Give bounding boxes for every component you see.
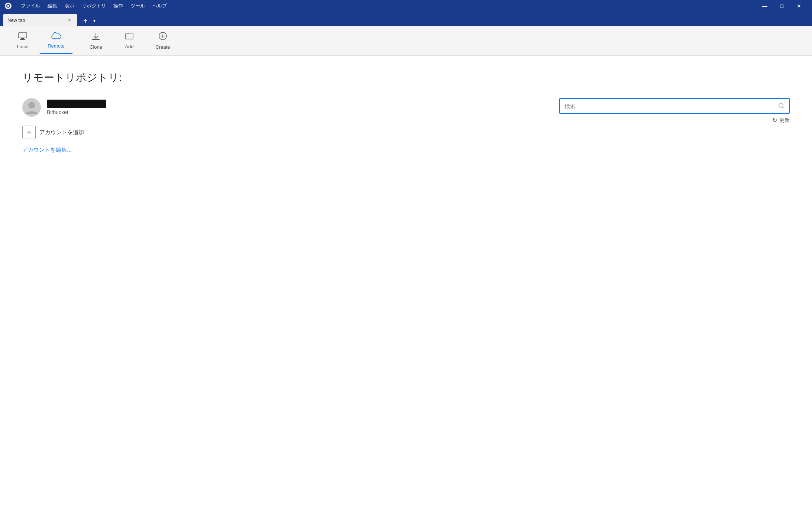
svg-point-8	[28, 102, 35, 109]
account-service-label: Bitbucket	[47, 109, 106, 115]
toolbar-add-button[interactable]: Add	[113, 28, 146, 54]
titlebar: ファイル 編集 表示 リポジトリ 操作 ツール ヘルプ — □ ✕	[0, 0, 812, 12]
local-icon	[18, 32, 28, 42]
toolbar-clone-label: Clone	[90, 44, 102, 50]
edit-account-link[interactable]: アカウントを編集...	[22, 146, 72, 153]
toolbar-local-label: Local	[17, 44, 28, 49]
svg-rect-6	[92, 39, 100, 40]
svg-rect-4	[21, 38, 24, 39]
toolbar-local-button[interactable]: Local	[6, 28, 39, 54]
search-container: ↻ 更新	[156, 98, 790, 124]
new-tab-button[interactable]: +	[80, 16, 91, 26]
svg-rect-3	[19, 33, 27, 38]
toolbar-remote-label: Remote	[48, 43, 65, 49]
account-name-redacted	[47, 100, 106, 108]
titlebar-menu: ファイル 編集 表示 リポジトリ 操作 ツール ヘルプ	[18, 2, 170, 10]
right-panel: ↻ 更新	[156, 98, 790, 124]
create-icon	[158, 32, 168, 43]
toolbar-create-label: Create	[155, 44, 170, 50]
refresh-button[interactable]: ↻ 更新	[772, 117, 790, 124]
tab-close-button[interactable]: ✕	[66, 17, 73, 23]
search-icon[interactable]	[774, 98, 789, 113]
menu-actions[interactable]: 操作	[110, 2, 126, 10]
menu-tools[interactable]: ツール	[127, 2, 148, 10]
add-account-label: アカウントを追加	[39, 129, 84, 136]
add-icon: +	[22, 126, 36, 139]
menu-help[interactable]: ヘルプ	[149, 2, 170, 10]
search-input[interactable]	[560, 103, 774, 109]
account-item: Bitbucket	[22, 98, 141, 117]
refresh-label: 更新	[779, 117, 790, 124]
page-title: リモートリポジトリ:	[22, 71, 790, 85]
toolbar-add-label: Add	[125, 44, 133, 49]
tabbar: New tab ✕ + ▾	[0, 12, 812, 26]
tab-label: New tab	[7, 17, 25, 23]
search-box	[559, 98, 790, 114]
avatar	[22, 98, 41, 117]
minimize-button[interactable]: —	[756, 0, 773, 12]
toolbar: Local Remote Clone Add	[0, 26, 812, 56]
refresh-icon: ↻	[772, 117, 777, 124]
clone-icon	[91, 32, 101, 43]
tab-new[interactable]: New tab ✕	[3, 14, 77, 26]
menu-edit[interactable]: 編集	[45, 2, 60, 10]
toolbar-remote-button[interactable]: Remote	[39, 28, 73, 54]
titlebar-left: ファイル 編集 表示 リポジトリ 操作 ツール ヘルプ	[4, 2, 170, 10]
tab-dropdown-button[interactable]: ▾	[91, 16, 98, 26]
add-folder-icon	[124, 32, 134, 42]
menu-view[interactable]: 表示	[62, 2, 77, 10]
main-content: リモートリポジトリ: Bitbucket + アカウントを	[0, 56, 812, 168]
titlebar-controls: — □ ✕	[756, 0, 808, 12]
svg-point-2	[7, 5, 9, 7]
toolbar-create-button[interactable]: Create	[146, 28, 179, 54]
cloud-icon	[51, 32, 61, 42]
content-row: Bitbucket + アカウントを追加 アカウントを編集...	[22, 98, 790, 154]
svg-point-9	[779, 103, 783, 107]
toolbar-clone-button[interactable]: Clone	[79, 28, 113, 54]
left-panel: Bitbucket + アカウントを追加 アカウントを編集...	[22, 98, 141, 154]
close-button[interactable]: ✕	[790, 0, 808, 12]
toolbar-separator	[76, 32, 76, 50]
menu-file[interactable]: ファイル	[18, 2, 43, 10]
menu-repository[interactable]: リポジトリ	[79, 2, 109, 10]
maximize-button[interactable]: □	[773, 0, 790, 12]
add-account-button[interactable]: + アカウントを追加	[22, 126, 141, 139]
app-logo-icon	[4, 2, 12, 10]
account-info: Bitbucket	[47, 100, 106, 115]
svg-rect-5	[20, 39, 25, 40]
